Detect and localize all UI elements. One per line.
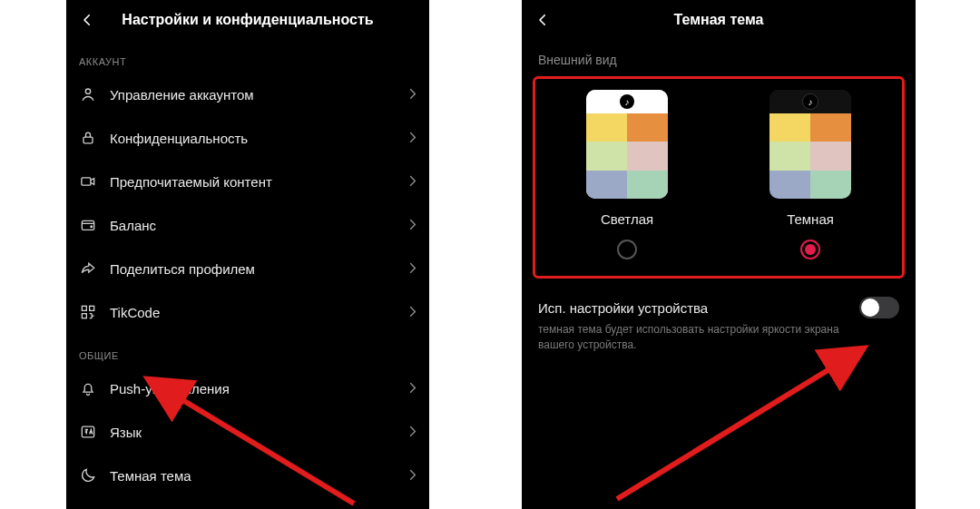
settings-screen: Настройки и конфиденциальность АККАУНТ У… [66, 0, 429, 509]
darkmode-header: Темная тема [522, 0, 916, 40]
svg-rect-2 [82, 178, 91, 185]
darkmode-title: Темная тема [522, 12, 916, 28]
theme-dark-label: Темная [787, 211, 834, 227]
settings-header: Настройки и конфиденциальность [66, 0, 429, 40]
back-icon[interactable] [79, 12, 95, 28]
chevron-right-icon [409, 469, 416, 482]
radio-light[interactable] [617, 240, 637, 259]
qrcode-icon [79, 303, 97, 321]
chevron-right-icon [409, 262, 416, 275]
device-settings-title: Исп. настройки устройства [538, 300, 708, 316]
lang-icon [79, 423, 97, 441]
row-content-pref[interactable]: Предпочитаемый контент [66, 160, 429, 203]
chevron-right-icon [409, 382, 416, 395]
row-label: Темная тема [110, 468, 397, 484]
theme-light-label: Светлая [601, 211, 653, 227]
wallet-icon [79, 216, 97, 234]
video-icon [79, 172, 97, 191]
row-tikcode[interactable]: TikCode [66, 290, 429, 334]
theme-option-dark[interactable]: ♪ Темная [737, 90, 884, 259]
row-balance[interactable]: Баланс [66, 203, 429, 247]
device-settings-switch[interactable] [859, 297, 899, 318]
theme-option-light[interactable]: ♪ Светлая [554, 90, 701, 259]
row-label: Поделиться профилем [110, 261, 397, 277]
tiktok-note-icon: ♪ [620, 94, 634, 109]
chevron-right-icon [409, 306, 416, 318]
row-label: Push-уведомления [110, 381, 397, 396]
svg-rect-7 [82, 314, 86, 318]
row-label: Баланс [110, 218, 397, 233]
row-dark-mode[interactable]: Темная тема [66, 454, 429, 497]
svg-rect-6 [90, 306, 94, 310]
device-settings-desc: темная тема будет использовать настройки… [538, 322, 863, 353]
row-share-profile[interactable]: Поделиться профилем [66, 247, 429, 290]
row-privacy[interactable]: Конфиденциальность [66, 116, 429, 160]
screenshot-stage: Настройки и конфиденциальность АККАУНТ У… [0, 0, 980, 509]
chevron-right-icon [409, 175, 416, 188]
lock-icon [79, 129, 97, 147]
row-manage-account[interactable]: Управление аккаунтом [66, 73, 429, 116]
bell-icon [79, 379, 97, 397]
row-label: Предпочитаемый контент [110, 174, 397, 190]
theme-preview-dark: ♪ [769, 90, 851, 199]
share-icon [79, 259, 97, 278]
appearance-label: Внешний вид [522, 40, 916, 67]
chevron-right-icon [409, 132, 416, 144]
row-label: Управление аккаунтом [110, 87, 397, 103]
user-icon [79, 85, 97, 103]
row-label: TikCode [110, 305, 397, 320]
theme-preview-light: ♪ [586, 90, 668, 199]
svg-rect-5 [82, 306, 86, 310]
svg-rect-1 [83, 137, 93, 143]
device-settings-row: Исп. настройки устройства темная тема бу… [522, 279, 916, 353]
settings-title: Настройки и конфиденциальность [66, 12, 429, 28]
section-account-label: АККАУНТ [66, 40, 429, 73]
theme-panel: ♪ Светлая ♪ Темная [533, 76, 905, 279]
chevron-right-icon [409, 88, 416, 101]
row-label: Язык [110, 425, 397, 440]
svg-rect-3 [82, 220, 93, 230]
radio-dark[interactable] [800, 240, 820, 259]
dark-mode-screen: Темная тема Внешний вид ♪ Светлая ♪ Темн… [522, 0, 916, 509]
moon-icon [79, 466, 97, 485]
back-icon[interactable] [534, 12, 551, 28]
section-general-label: ОБЩИЕ [66, 334, 429, 367]
tiktok-note-icon: ♪ [802, 93, 818, 110]
chevron-right-icon [409, 219, 416, 231]
svg-point-4 [91, 226, 93, 228]
row-push-notifications[interactable]: Push-уведомления [66, 367, 429, 410]
svg-point-0 [85, 89, 90, 93]
row-label: Конфиденциальность [110, 131, 397, 146]
row-language[interactable]: Язык [66, 410, 429, 454]
chevron-right-icon [409, 426, 416, 438]
